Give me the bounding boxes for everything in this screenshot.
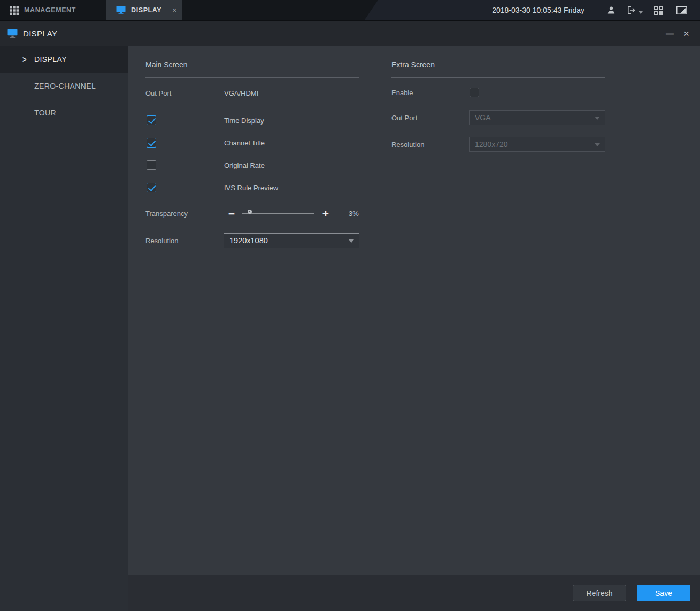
extra-resolution-row: Resolution 1280x720 [391, 137, 605, 152]
topbar-right: 2018-03-30 10:05:43 Friday [492, 0, 700, 20]
window-controls: — × [666, 28, 693, 38]
sidebar-item-label: ZERO-CHANNEL [34, 82, 96, 90]
extra-screen-section: Extra Screen Enable Out Port VGA Resol [391, 60, 605, 152]
out-port-row: Out Port VGA/HDMI [145, 89, 359, 97]
tab-management[interactable]: MANAGEMENT [0, 0, 106, 20]
window-title: DISPLAY [23, 29, 57, 38]
transparency-slider[interactable] [242, 210, 314, 217]
enable-label: Enable [391, 89, 470, 97]
resolution-label: Resolution [145, 237, 224, 245]
transparency-label: Transparency [145, 210, 227, 218]
enable-row: Enable [391, 88, 605, 97]
transparency-decrease-button[interactable]: − [227, 208, 236, 219]
app-screen: MANAGEMENT DISPLAY × 2018-03-30 10:05:43… [0, 0, 700, 611]
main-screen-section: Main Screen Out Port VGA/HDMI Time Displ… [145, 60, 359, 248]
save-button[interactable]: Save [637, 585, 690, 601]
resolution-label: Resolution [391, 141, 469, 149]
extra-out-port-row: Out Port VGA [391, 110, 605, 125]
checkbox-original-rate[interactable] [147, 160, 156, 170]
active-arrow-icon: > [22, 55, 27, 65]
checkbox-ivs-rule-preview[interactable] [147, 183, 156, 192]
sidebar-item-label: DISPLAY [34, 55, 67, 64]
main-screen-title: Main Screen [145, 60, 359, 78]
slider-track [242, 213, 314, 214]
option-row-ivs-rule-preview: IVS Rule Preview [145, 176, 359, 199]
out-port-value: VGA/HDMI [224, 89, 258, 97]
refresh-button[interactable]: Refresh [573, 585, 626, 601]
right-pane: Main Screen Out Port VGA/HDMI Time Displ… [128, 46, 700, 611]
option-row-original-rate: Original Rate [145, 154, 359, 176]
option-label: IVS Rule Preview [224, 184, 278, 192]
sidebar-item-display[interactable]: > DISPLAY [0, 46, 128, 73]
main-resolution-dropdown[interactable]: 1920x1080 [224, 233, 359, 248]
option-label: Channel Title [224, 139, 265, 147]
tab-close-icon[interactable]: × [172, 6, 176, 14]
sidebar-item-zero-channel[interactable]: ZERO-CHANNEL [0, 73, 128, 99]
checkbox-time-display[interactable] [147, 115, 156, 125]
window-titlebar: DISPLAY — × [0, 20, 700, 46]
chevron-down-icon [349, 239, 354, 243]
dropdown-value: 1920x1080 [229, 236, 268, 245]
minimize-icon[interactable]: — [666, 29, 674, 37]
sidebar: > DISPLAY ZERO-CHANNEL TOUR [0, 46, 128, 611]
transparency-row: Transparency − + 3% [145, 205, 359, 221]
out-port-label: Out Port [145, 89, 224, 97]
checkbox-channel-title[interactable] [147, 138, 156, 148]
extra-resolution-dropdown[interactable]: 1280x720 [469, 137, 605, 152]
chevron-down-icon [595, 143, 600, 146]
slider-handle[interactable] [248, 210, 252, 214]
checkbox-extra-enable[interactable] [470, 88, 479, 97]
tab-management-label: MANAGEMENT [24, 6, 76, 14]
user-icon[interactable] [599, 0, 623, 20]
settings-content: Main Screen Out Port VGA/HDMI Time Displ… [128, 46, 700, 575]
out-port-label: Out Port [391, 114, 469, 122]
tab-display[interactable]: DISPLAY × [106, 0, 182, 20]
monitor-icon [116, 6, 126, 14]
display-options: Time Display Channel Title Original Rate [145, 109, 359, 199]
dropdown-value: VGA [475, 113, 491, 122]
logout-icon[interactable] [623, 0, 647, 20]
option-row-channel-title: Channel Title [145, 132, 359, 154]
tab-display-label: DISPLAY [131, 6, 161, 14]
chevron-down-icon [595, 117, 600, 120]
option-row-time-display: Time Display [145, 109, 359, 132]
extra-screen-title: Extra Screen [391, 60, 605, 78]
option-label: Time Display [224, 117, 264, 125]
extra-out-port-dropdown[interactable]: VGA [469, 110, 605, 125]
screen-mode-icon[interactable] [670, 0, 694, 20]
main-resolution-row: Resolution 1920x1080 [145, 233, 359, 248]
sidebar-item-tour[interactable]: TOUR [0, 99, 128, 126]
app-body: > DISPLAY ZERO-CHANNEL TOUR Main Screen … [0, 46, 700, 611]
chevron-down-icon [639, 11, 643, 14]
qr-code-icon[interactable] [647, 0, 670, 20]
monitor-icon [7, 29, 18, 38]
close-icon[interactable]: × [683, 28, 689, 38]
sidebar-item-label: TOUR [34, 109, 56, 117]
transparency-value: 3% [349, 210, 359, 218]
datetime-text: 2018-03-30 10:05:43 Friday [492, 6, 584, 14]
dropdown-value: 1280x720 [475, 140, 508, 149]
option-label: Original Rate [224, 161, 265, 169]
apps-grid-icon [10, 6, 19, 15]
top-taskbar: MANAGEMENT DISPLAY × 2018-03-30 10:05:43… [0, 0, 700, 20]
footer-bar: Refresh Save [128, 575, 700, 611]
transparency-increase-button[interactable]: + [321, 208, 330, 219]
